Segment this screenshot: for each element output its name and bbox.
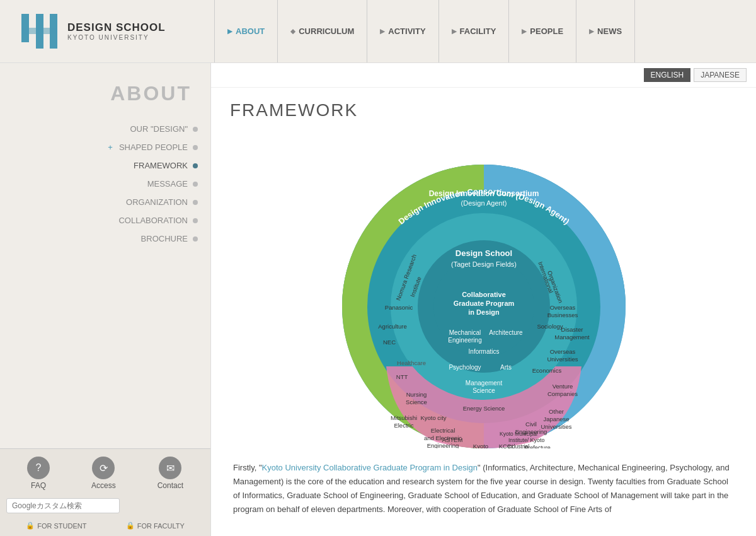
electrical-label: Electrical [430, 427, 455, 434]
sidebar-dot [193, 218, 198, 223]
logo-text: DESIGN SCHOOL KYOTO UNIVERSITY [67, 21, 166, 41]
kyoto-research-label: Kyoto [472, 443, 488, 448]
panasonic-label: Panasonic [384, 304, 413, 311]
nav-news-arrow: ▶ [589, 28, 594, 35]
english-button[interactable]: ENGLISH [644, 68, 691, 82]
sidebar-nav: OUR "DESIGN" + SHAPED PEOPLE FRAMEWORK M… [0, 124, 210, 243]
nec-label: NEC [382, 339, 395, 346]
access-icon: ⟳ [92, 457, 115, 479]
mitsubishi-label: Mitsubishi [390, 414, 416, 421]
nav-about-arrow: ▶ [227, 28, 232, 35]
sidebar-item-label: FRAMEWORK [134, 161, 188, 170]
access-label: Access [91, 481, 116, 490]
sidebar-item-label: COLLABORATION [118, 216, 188, 225]
consortium-label: Design Innovation Consortium [428, 189, 539, 198]
sidebar-item-brochure[interactable]: BROCHURE [141, 234, 198, 243]
collab-label-1: Collaborative [462, 291, 506, 298]
lang-bar: ENGLISH JAPANESE [211, 63, 756, 88]
psychology-label: Psychology [449, 364, 481, 371]
informatics-label: Informatics [468, 348, 499, 355]
framework-diagram: Design Innovation Consortium (Design Age… [311, 133, 657, 448]
nav-facility[interactable]: ▶ FACILITY [438, 0, 509, 62]
sidebar-dot [193, 236, 198, 242]
collab-label-2: Graduate Program [453, 300, 514, 307]
sidebar-item-label: BROCHURE [141, 234, 188, 243]
sociology-label: Sociology [537, 323, 563, 330]
nav-people-arrow: ▶ [522, 28, 527, 35]
faq-button[interactable]: ? FAQ [27, 457, 50, 490]
design-school-label: Design School [455, 248, 512, 258]
for-student-link[interactable]: 🔒 FOR STUDENT [26, 521, 86, 530]
ntt-label: NTT [396, 373, 408, 380]
design-agent-label: (Design Agent) [461, 199, 507, 207]
content-inner: FRAMEWORK [211, 88, 756, 529]
mech-eng-label2: Engineering [448, 337, 481, 344]
sidebar-dot [193, 182, 198, 187]
sidebar-dot-active [193, 163, 198, 168]
sidebar-item-organization[interactable]: ORGANIZATION [126, 197, 198, 207]
nav-curriculum-arrow: ◆ [290, 28, 295, 35]
for-faculty-label: FOR FACULTY [137, 522, 185, 530]
sidebar-bottom: ? FAQ ⟳ Access ✉ Contact 🔒 FOR STUDENT [0, 448, 210, 536]
logo-cross-icon [19, 11, 60, 52]
sidebar-item-message[interactable]: MESSAGE [147, 179, 198, 189]
for-faculty-link[interactable]: 🔒 FOR FACULTY [126, 521, 185, 530]
nav-curriculum[interactable]: ◆ CURRICULUM [277, 0, 367, 62]
disaster-label: Disaster [561, 326, 583, 333]
target-fields-label: (Taget Design Fields) [451, 260, 517, 268]
sidebar-item-framework[interactable]: FRAMEWORK [134, 161, 198, 170]
venture-label2: Companies [547, 390, 577, 397]
overseas-biz-label2: Businesses [547, 312, 578, 318]
nav-activity-arrow: ▶ [380, 28, 385, 35]
sidebar-item-shaped-people[interactable]: + SHAPED PEOPLE [108, 143, 198, 152]
svg-rect-1 [21, 14, 29, 21]
collab-program-link[interactable]: Kyoto University Collaborative Graduate … [262, 463, 478, 472]
access-button[interactable]: ⟳ Access [91, 457, 116, 490]
economics-label: Economics [532, 367, 561, 374]
kmitc-label3: Industrial [507, 443, 529, 448]
nursing-label2: Science [406, 399, 427, 405]
contact-button[interactable]: ✉ Contact [158, 457, 183, 490]
search-bar [0, 493, 210, 518]
overseas-uni-label2: Universities [547, 356, 578, 363]
for-student-label: FOR STUDENT [37, 522, 86, 530]
nav-news[interactable]: ▶ NEWS [576, 0, 635, 62]
kyoto-pref-label: Kyoto [530, 437, 544, 443]
mgmt-label1: Management [465, 380, 502, 387]
kyoto-city-label: Kyoto city [420, 414, 446, 421]
header: DESIGN SCHOOL KYOTO UNIVERSITY ▶ ABOUT ◆… [0, 0, 756, 63]
sidebar-item-our-design[interactable]: OUR "DESIGN" [130, 124, 198, 134]
content-area: ENGLISH JAPANESE FRAMEWORK [211, 63, 756, 536]
collab-label-3: in Design [468, 308, 500, 316]
venture-label: Venture [552, 383, 573, 390]
sidebar-title: ABOUT [0, 63, 210, 118]
page-title: FRAMEWORK [230, 100, 737, 120]
agriculture-label: Agriculture [378, 323, 406, 330]
civil-eng-label: Civil [525, 421, 537, 428]
sidebar-item-label: SHAPED PEOPLE [119, 143, 188, 152]
japanese-button[interactable]: JAPANESE [694, 68, 747, 82]
framework-text: Firstly, "Kyoto University Collaborative… [230, 461, 737, 516]
nursing-label: Nursing [406, 391, 427, 398]
overseas-uni-label: Overseas [549, 348, 575, 355]
search-input[interactable] [6, 498, 120, 513]
astem-label: ASTEM [442, 436, 462, 443]
other-jp-label: Other [549, 408, 564, 415]
logo-subtitle: KYOTO UNIVERSITY [67, 34, 166, 41]
framework-paragraph: Firstly, "Kyoto University Collaborative… [233, 461, 734, 516]
lock-icon: 🔒 [26, 521, 35, 530]
sidebar-item-collaboration[interactable]: COLLABORATION [118, 216, 198, 225]
sidebar-dot [193, 200, 198, 205]
kmitc-label2: Institute/ [508, 437, 529, 443]
disaster-label2: Management [554, 334, 590, 341]
arts-label: Arts [500, 364, 512, 371]
nav-about[interactable]: ▶ ABOUT [214, 0, 277, 62]
sidebar-item-label: OUR "DESIGN" [130, 124, 188, 134]
nav-facility-arrow: ▶ [452, 28, 457, 35]
contact-label: Contact [158, 481, 183, 490]
nav-activity[interactable]: ▶ ACTIVITY [367, 0, 438, 62]
energy-label: Energy Science [462, 405, 505, 412]
nav-people[interactable]: ▶ PEOPLE [508, 0, 576, 62]
sidebar-item-label: ORGANIZATION [126, 197, 188, 207]
overseas-biz-label: Overseas [549, 304, 575, 311]
